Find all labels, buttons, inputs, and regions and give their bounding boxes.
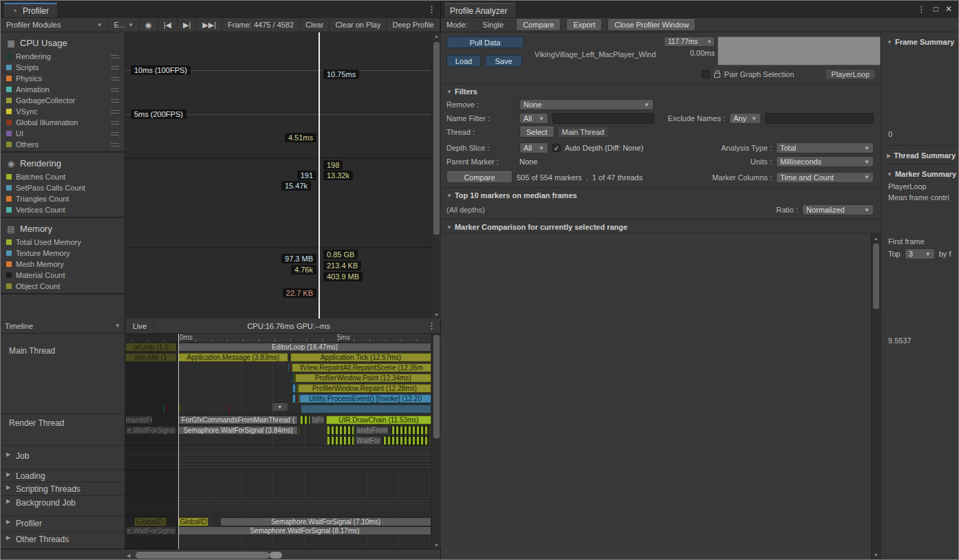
flame-span[interactable]: GlobalID: [178, 517, 209, 526]
timeline-scrollbar[interactable]: ▼: [431, 334, 441, 549]
legend-item[interactable]: GarbageCollector: [1, 95, 125, 106]
flame-span[interactable]: [179, 405, 180, 413]
marker-summary-header[interactable]: ▼ Marker Summary: [885, 164, 958, 181]
rendering-chart[interactable]: 198 191 13.32k 15.47k: [125, 159, 431, 248]
legend-item[interactable]: Scripts: [1, 62, 125, 73]
flame-span[interactable]: [292, 394, 296, 403]
timeline-canvas[interactable]: 0ms5msorLoop (1.6EditorLoop (16.47ms)tio…: [125, 334, 431, 549]
remove-dropdown[interactable]: None▼: [519, 99, 654, 110]
drag-handle-icon[interactable]: [111, 55, 119, 58]
thread-row-render-thread[interactable]: Render Thread: [1, 414, 125, 446]
graph-ymax-dropdown[interactable]: 117.77ms▾: [664, 36, 715, 47]
thread-row-loading[interactable]: ▶Loading: [1, 470, 125, 482]
scroll-down-icon[interactable]: ▼: [872, 552, 881, 557]
deep-profile-button[interactable]: Deep Profile: [387, 18, 440, 32]
drag-handle-icon[interactable]: [111, 132, 119, 136]
flame-span[interactable]: Semaphore.WaitForSignal (3.84ms): [178, 426, 298, 435]
filters-header[interactable]: ▼ Filters: [441, 84, 881, 98]
flame-span[interactable]: ProfilerWindow.Paint (12.34ms): [295, 374, 431, 383]
legend-item[interactable]: UI: [1, 128, 125, 139]
scroll-down-icon[interactable]: ▼: [432, 312, 441, 317]
flame-span[interactable]: [300, 416, 310, 424]
flame-span[interactable]: ForGfxCommandsFromMainThread (: [178, 416, 298, 424]
chevron-right-icon[interactable]: ▶: [6, 484, 10, 491]
tab-profiler[interactable]: ◔ Profiler: [4, 3, 57, 17]
flame-span[interactable]: [327, 426, 354, 435]
drag-handle-icon[interactable]: [111, 77, 119, 80]
scroll-down-icon[interactable]: ▼: [432, 543, 441, 548]
flame-span[interactable]: [391, 426, 430, 435]
pull-data-button[interactable]: Pull Data: [446, 36, 524, 48]
charts-scroll-thumb[interactable]: [433, 42, 440, 235]
collapse-rows-button[interactable]: ▼: [272, 403, 288, 411]
chevron-right-icon[interactable]: ▶: [6, 519, 10, 525]
legend-item[interactable]: Global Illumination: [1, 117, 125, 128]
thread-row-other-threads[interactable]: ▶Other Threads: [1, 532, 125, 549]
drag-handle-icon[interactable]: [111, 121, 119, 125]
legend-item[interactable]: Texture Memory: [1, 248, 125, 259]
thread-row-scripting-threads[interactable]: ▶Scripting Threads: [1, 482, 125, 496]
legend-item[interactable]: Total Used Memory: [1, 237, 125, 248]
chevron-right-icon[interactable]: ▶: [6, 451, 10, 457]
profiler-modules-dropdown[interactable]: Profiler Modules▼: [1, 18, 109, 32]
scroll-left-icon[interactable]: ◀: [127, 553, 130, 559]
legend-item[interactable]: Others: [1, 139, 125, 150]
mode-single[interactable]: Single: [473, 18, 514, 32]
timeline-view-dropdown[interactable]: Timeline ▼: [1, 319, 125, 333]
thread-row-main-thread[interactable]: Main Thread: [1, 334, 125, 414]
record-button[interactable]: ◉: [140, 18, 158, 32]
load-button[interactable]: Load: [446, 55, 481, 67]
close-profiler-window-button[interactable]: Close Profiler Window: [607, 19, 696, 31]
maximize-icon[interactable]: □: [930, 4, 942, 14]
flame-span[interactable]: andsFrom: [356, 426, 389, 435]
first-frame-button[interactable]: |◀: [158, 18, 177, 32]
chevron-right-icon[interactable]: ▶: [6, 535, 10, 541]
legend-item[interactable]: SetPass Calls Count: [1, 182, 125, 193]
cpu-chart[interactable]: 10ms (100FPS) 5ms (200FPS) 10.75ms 4.51m…: [125, 32, 431, 159]
timeline-scroll-thumb[interactable]: [433, 335, 440, 438]
flame-span[interactable]: ProfilerWindow.Repaint (12.28ms): [298, 384, 431, 393]
flame-span[interactable]: [292, 374, 293, 383]
thread-row-profiler[interactable]: ▶Profiler: [1, 517, 125, 532]
profiler-kebab-icon[interactable]: ⋮: [423, 4, 440, 14]
chevron-right-icon[interactable]: ▶: [6, 498, 10, 504]
module-header[interactable]: ◉Rendering: [1, 155, 125, 171]
drag-handle-icon[interactable]: [111, 110, 119, 114]
editor-target-dropdown[interactable]: E...▼: [109, 18, 140, 32]
top10-header[interactable]: ▼ Top 10 markers on median frames: [441, 188, 881, 202]
auto-depth-checkbox[interactable]: ✓: [552, 144, 561, 152]
flame-span[interactable]: Application.Message (3.83ms): [178, 353, 288, 362]
charts-scrollbar[interactable]: ▲ ▼: [431, 32, 441, 319]
flame-span[interactable]: [228, 405, 230, 413]
flame-span[interactable]: Semaphore.WaitForSignal (7.10ms): [220, 517, 431, 526]
thread-row-job[interactable]: ▶Job: [1, 446, 125, 470]
save-button[interactable]: Save: [485, 55, 522, 67]
module-header[interactable]: ▦CPU Usage: [1, 35, 125, 51]
live-button[interactable]: Live: [125, 319, 154, 333]
compare-button[interactable]: Compare: [446, 171, 513, 183]
flame-span[interactable]: UIR.DrawChain (11.53ms): [326, 416, 431, 424]
pair-graph-checkbox[interactable]: [702, 70, 710, 78]
marker-columns-dropdown[interactable]: Time and Count▼: [776, 172, 874, 183]
flame-span[interactable]: [292, 384, 296, 393]
next-frame-button[interactable]: ▶|: [177, 18, 197, 32]
legend-item[interactable]: Object Count: [1, 281, 125, 292]
flame-span[interactable]: WaitForSig: [356, 436, 380, 445]
analyzer-kebab-icon[interactable]: ⋮: [913, 4, 930, 14]
legend-item[interactable]: Batches Count: [1, 171, 125, 182]
flame-span[interactable]: llView.RepaintAll.RepaintScene (12.35m: [292, 363, 431, 372]
legend-item[interactable]: Vertices Count: [1, 204, 125, 215]
table-scroll-thumb[interactable]: [873, 244, 879, 309]
timeline-hscrollbar[interactable]: ◀ ▶: [1, 549, 440, 560]
scroll-up-icon[interactable]: ▲: [432, 34, 441, 39]
profiler-chart-column[interactable]: 10ms (100FPS) 5ms (200FPS) 10.75ms 4.51m…: [125, 32, 431, 319]
flame-span[interactable]: [327, 436, 354, 445]
memory-chart[interactable]: 0.85 GB 97.3 MB 213.4 KB 4.76k 403.9 MB …: [125, 248, 431, 317]
legend-item[interactable]: VSync: [1, 106, 125, 117]
drag-handle-icon[interactable]: [111, 99, 119, 103]
legend-item[interactable]: Rendering: [1, 51, 125, 62]
exclude-mode-dropdown[interactable]: Any▼: [729, 113, 761, 124]
name-filter-input[interactable]: [552, 113, 654, 124]
thread-row-background-job[interactable]: ▶Background Job: [1, 496, 125, 517]
flame-span[interactable]: [383, 436, 431, 445]
